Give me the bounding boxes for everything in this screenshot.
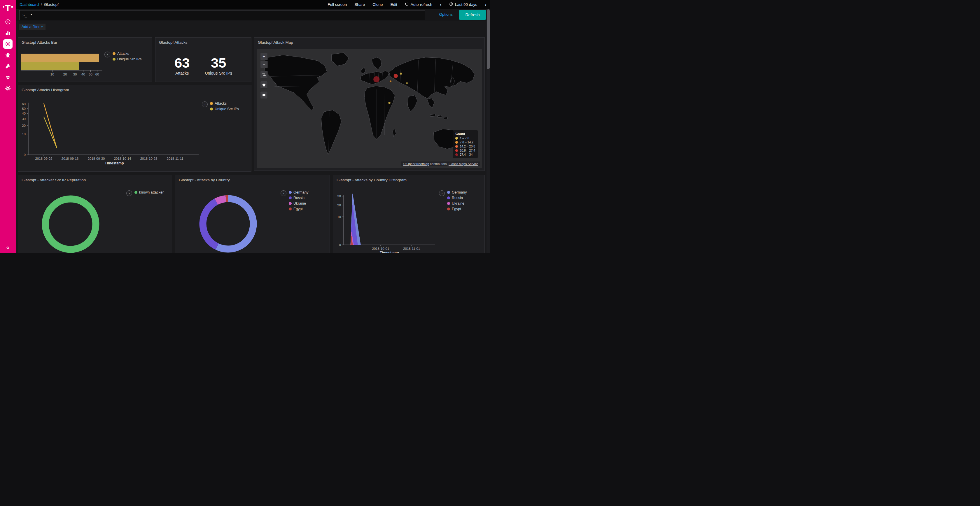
query-options-link[interactable]: Options bbox=[439, 12, 453, 17]
legend-label: Ukraine bbox=[452, 201, 465, 206]
refresh-cycle-icon bbox=[405, 2, 409, 7]
panel-attacks-by-country: Glastopf - Attacks by Country › GermanyR… bbox=[175, 175, 330, 253]
chart-legend: › GermanyRussiaUkraineEgypt bbox=[439, 190, 467, 211]
time-forward-button[interactable]: › bbox=[485, 2, 487, 7]
svg-text:30: 30 bbox=[73, 73, 77, 76]
sidebar-item-discover[interactable] bbox=[0, 16, 16, 27]
zoom-out-button[interactable]: − bbox=[260, 60, 268, 68]
time-range-button[interactable]: Last 90 days bbox=[449, 2, 477, 7]
legend-label: Unique Src IPs bbox=[215, 107, 239, 111]
legend-toggle-button[interactable]: › bbox=[104, 52, 110, 57]
panel-attacks-bar: Glastopf Attacks Bar 102030405060 › Atta… bbox=[18, 37, 152, 82]
legend-color-dot bbox=[134, 191, 137, 194]
rectangle-icon[interactable] bbox=[260, 91, 268, 99]
map-legend-row: 27.4 – 34 bbox=[455, 153, 475, 156]
legend-toggle-button[interactable]: › bbox=[281, 190, 286, 196]
legend-color-dot bbox=[210, 108, 213, 111]
edit-button[interactable]: Edit bbox=[391, 2, 397, 7]
legend-color-dot bbox=[289, 202, 292, 205]
panel-title: Glastopf Attacks bbox=[159, 40, 188, 44]
legend-label: Germany bbox=[452, 190, 467, 194]
svg-text:30: 30 bbox=[22, 117, 25, 121]
sidebar-item-dev-tools[interactable] bbox=[0, 60, 16, 72]
sidebar-item-dashboard[interactable] bbox=[0, 38, 16, 49]
legend-toggle-button[interactable]: › bbox=[439, 190, 445, 196]
breadcrumb-dashboard-link[interactable]: Dashboard bbox=[19, 2, 39, 7]
country-donut-chart[interactable] bbox=[199, 195, 257, 253]
collapse-nav-button[interactable]: « bbox=[0, 244, 16, 251]
svg-text:40: 40 bbox=[22, 112, 25, 115]
logo-letter: T bbox=[5, 4, 11, 13]
page-scrollbar[interactable] bbox=[487, 9, 490, 253]
map-legend-range: 27.4 – 34 bbox=[460, 153, 473, 156]
add-filter-button[interactable]: Add a filter+ bbox=[19, 24, 46, 30]
legend-item[interactable]: Attacks bbox=[113, 52, 142, 56]
svg-text:60: 60 bbox=[22, 102, 25, 106]
legend-label: Germany bbox=[293, 190, 308, 194]
legend-item[interactable]: Attacks bbox=[210, 102, 239, 106]
world-map[interactable]: + − Count 1 – 7.67.6 – 14.214.2 – 20.820… bbox=[257, 49, 482, 168]
svg-text:2018-09-02: 2018-09-02 bbox=[35, 157, 52, 160]
attacks-bar-chart[interactable]: 102030405060 bbox=[18, 51, 106, 79]
country-area-chart[interactable]: 01020302018-10-012018-11-01 bbox=[333, 187, 450, 252]
panel-src-ip-reputation: Glastopf - Attacker Src IP Reputation › … bbox=[18, 175, 172, 253]
legend-item[interactable]: Ukraine bbox=[447, 201, 467, 206]
scrollbar-thumb[interactable] bbox=[487, 10, 490, 69]
legend-item[interactable]: Russia bbox=[447, 196, 467, 200]
refresh-button[interactable]: Refresh bbox=[459, 10, 486, 20]
crop-icon[interactable] bbox=[260, 71, 268, 78]
legend-item[interactable]: Unique Src IPs bbox=[210, 107, 239, 111]
query-input[interactable] bbox=[30, 13, 422, 18]
panel-title: Glastopf Attacks Bar bbox=[22, 40, 57, 44]
ems-link[interactable]: Elastic Maps Service bbox=[449, 162, 478, 165]
legend-color-dot bbox=[447, 202, 450, 205]
attacks-histogram-chart[interactable]: 01020304050602018-09-022018-09-162018-09… bbox=[18, 97, 211, 164]
osm-link[interactable]: © OpenStreetMap bbox=[403, 162, 429, 165]
telekom-logo[interactable]: T bbox=[0, 0, 16, 16]
map-legend-row: 20.8 – 27.4 bbox=[455, 149, 475, 152]
heartbeat-icon bbox=[5, 74, 11, 81]
share-button[interactable]: Share bbox=[355, 2, 365, 7]
panel-attack-map: Glastopf Attack Map bbox=[254, 37, 485, 171]
fullscreen-button[interactable]: Full screen bbox=[328, 2, 347, 7]
time-back-button[interactable]: ‹ bbox=[440, 2, 442, 7]
legend-item[interactable]: Egypt bbox=[447, 207, 467, 211]
sidebar-item-visualize[interactable] bbox=[0, 27, 16, 38]
legend-item[interactable]: Egypt bbox=[289, 207, 308, 211]
legend-item[interactable]: Germany bbox=[447, 190, 467, 194]
panel-title: Glastopf - Attacks by Country Histogram bbox=[337, 178, 407, 182]
chart-legend: › AttacksUnique Src IPs bbox=[202, 102, 239, 111]
auto-refresh-button[interactable]: Auto-refresh bbox=[405, 2, 432, 7]
clone-button[interactable]: Clone bbox=[372, 2, 383, 7]
legend-item[interactable]: Ukraine bbox=[289, 201, 308, 206]
svg-text:2018-10-28: 2018-10-28 bbox=[140, 157, 158, 160]
legend-item[interactable]: Germany bbox=[289, 190, 308, 194]
panel-title: Glastopf Attack Map bbox=[258, 40, 293, 44]
reputation-donut-chart[interactable] bbox=[41, 195, 100, 253]
legend-item[interactable]: Unique Src IPs bbox=[113, 57, 142, 61]
legend-color-dot bbox=[447, 208, 450, 211]
legend-item[interactable]: Russia bbox=[289, 196, 308, 200]
legend-toggle-button[interactable]: › bbox=[202, 102, 208, 107]
clock-icon bbox=[449, 2, 453, 7]
query-input-box: >_ bbox=[19, 10, 425, 20]
chart-legend: › known attacker bbox=[126, 190, 164, 196]
sidebar-item-management[interactable] bbox=[0, 83, 16, 94]
polygon-icon[interactable] bbox=[260, 81, 268, 89]
logo-dot-right bbox=[11, 6, 13, 8]
legend-color-dot bbox=[113, 58, 116, 60]
panel-country-histogram: Glastopf - Attacks by Country Histogram … bbox=[333, 175, 485, 253]
legend-toggle-button[interactable]: › bbox=[126, 190, 132, 196]
zoom-in-button[interactable]: + bbox=[260, 53, 268, 60]
sidebar-item-monitoring[interactable] bbox=[0, 72, 16, 83]
svg-text:2018-09-30: 2018-09-30 bbox=[88, 157, 105, 160]
svg-text:20: 20 bbox=[63, 73, 67, 76]
chart-legend: › AttacksUnique Src IPs bbox=[104, 52, 142, 61]
legend-color-dot bbox=[113, 52, 116, 55]
legend-item[interactable]: known attacker bbox=[134, 190, 164, 194]
legend-label: Attacks bbox=[117, 52, 129, 56]
svg-text:2018-09-16: 2018-09-16 bbox=[62, 157, 79, 160]
legend-color-dot bbox=[289, 191, 292, 194]
sidebar-item-timelion[interactable] bbox=[0, 49, 16, 60]
bug-icon bbox=[5, 52, 11, 58]
